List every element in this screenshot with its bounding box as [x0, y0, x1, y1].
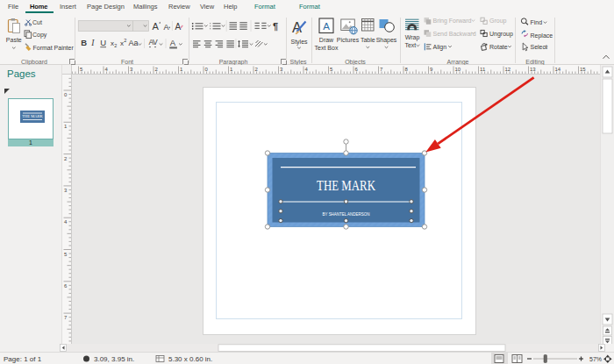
svg-text:¶: ¶ [273, 21, 278, 32]
svg-text:14: 14 [555, 67, 561, 72]
svg-text:8: 8 [405, 67, 409, 72]
svg-text:2: 2 [124, 38, 126, 43]
svg-text:Shapes: Shapes [376, 37, 397, 44]
svg-text:10: 10 [455, 67, 461, 72]
svg-text:11: 11 [480, 67, 486, 72]
svg-text:U: U [100, 38, 106, 47]
svg-text:Format Painter: Format Painter [33, 45, 75, 51]
svg-text:I: I [90, 39, 95, 47]
svg-text:Align: Align [433, 44, 447, 51]
svg-text:4: 4 [105, 67, 109, 72]
svg-text:4: 4 [305, 67, 309, 72]
svg-text:1: 1 [64, 124, 68, 129]
svg-text:2: 2 [255, 67, 259, 72]
svg-text:THE MARK: THE MARK [22, 114, 43, 118]
svg-text:3: 3 [280, 67, 283, 72]
svg-text:Replace: Replace [531, 32, 553, 39]
svg-text:Text: Text [404, 42, 416, 48]
svg-text:Styles: Styles [290, 39, 308, 46]
svg-text:Cut: Cut [32, 19, 42, 25]
svg-text:6: 6 [64, 283, 68, 289]
svg-text:Pictures: Pictures [337, 37, 360, 43]
svg-text:Rotate: Rotate [489, 44, 508, 50]
svg-text:9: 9 [430, 67, 433, 72]
svg-text:A: A [175, 22, 182, 32]
svg-text:Group: Group [489, 18, 507, 25]
svg-text:0: 0 [205, 67, 209, 72]
svg-text:12: 12 [505, 67, 511, 72]
svg-text:Paste: Paste [6, 37, 22, 43]
svg-text:A: A [323, 21, 330, 32]
svg-text:5: 5 [80, 67, 83, 72]
svg-text:A: A [170, 38, 176, 47]
svg-text:3: 3 [130, 67, 133, 72]
svg-text:1: 1 [180, 67, 183, 72]
svg-text:0: 0 [64, 92, 68, 97]
svg-text:B: B [81, 38, 87, 47]
svg-text:2: 2 [64, 156, 68, 161]
svg-text:A: A [153, 21, 160, 32]
svg-text:AV: AV [149, 38, 158, 46]
svg-text:2: 2 [114, 43, 117, 48]
svg-text:5: 5 [330, 67, 333, 72]
svg-text:Wrap: Wrap [405, 34, 420, 41]
svg-text:Ungroup: Ungroup [489, 31, 513, 38]
svg-text:Text Box: Text Box [315, 45, 339, 51]
svg-text:Draw: Draw [319, 37, 334, 43]
svg-text:7: 7 [64, 315, 68, 320]
svg-text:3: 3 [64, 188, 68, 193]
svg-text:1: 1 [230, 67, 233, 72]
svg-text:2: 2 [155, 67, 159, 72]
svg-text:5: 5 [64, 252, 68, 257]
svg-text:Send Backward: Send Backward [433, 31, 476, 37]
svg-text:4: 4 [64, 219, 68, 225]
svg-text:6: 6 [355, 67, 359, 72]
svg-text:7: 7 [380, 67, 383, 72]
svg-text:13: 13 [530, 67, 536, 72]
svg-text:Find: Find [531, 19, 543, 25]
svg-text:Table: Table [361, 37, 375, 43]
svg-text:15: 15 [580, 67, 586, 72]
svg-text:A: A [164, 23, 169, 32]
svg-text:Bring Forward: Bring Forward [433, 18, 472, 25]
svg-text:Copy: Copy [32, 32, 47, 39]
svg-text:Aa: Aa [129, 39, 139, 47]
